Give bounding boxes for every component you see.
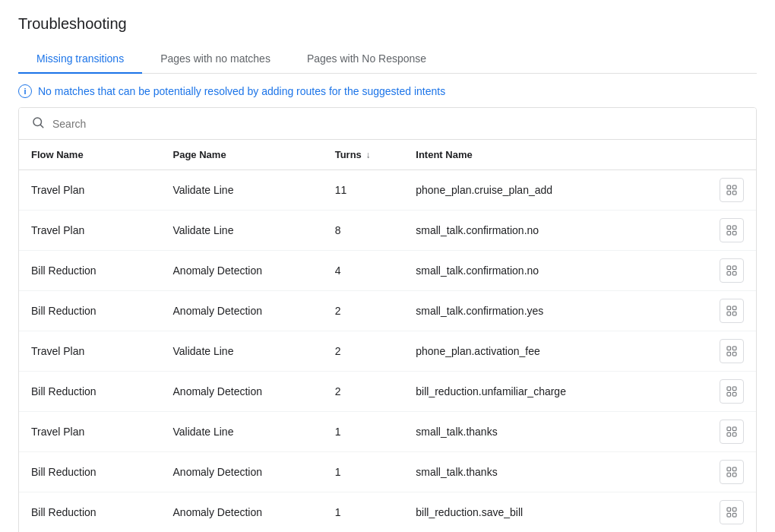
- sort-arrow-icon: ↓: [365, 150, 370, 160]
- table-row: Travel PlanValidate Line8small_talk.conf…: [19, 211, 756, 251]
- search-icon: [31, 116, 45, 131]
- info-banner-text: No matches that can be potentially resol…: [38, 85, 445, 97]
- cell-intent-name: small_talk.confirmation.no: [403, 251, 707, 291]
- svg-rect-7: [732, 226, 736, 230]
- data-table: Flow Name Page Name Turns ↓ Intent Name …: [19, 140, 756, 532]
- row-action-button[interactable]: [720, 460, 744, 484]
- cell-action: [707, 291, 756, 331]
- cell-action: [707, 211, 756, 251]
- row-action-button[interactable]: [720, 339, 744, 363]
- cell-turns: 2: [323, 291, 404, 331]
- svg-rect-8: [727, 231, 731, 235]
- svg-rect-20: [727, 352, 731, 356]
- svg-rect-33: [732, 473, 736, 477]
- tabs-bar: Missing transitions Pages with no matche…: [18, 45, 757, 74]
- cell-page-name: Anomaly Detection: [161, 291, 323, 331]
- row-action-button[interactable]: [720, 379, 744, 404]
- col-header-turns[interactable]: Turns ↓: [323, 140, 404, 170]
- svg-rect-6: [727, 226, 731, 230]
- tab-missing-transitions[interactable]: Missing transitions: [18, 45, 142, 74]
- svg-rect-18: [727, 347, 731, 350]
- cell-flow-name: Travel Plan: [19, 211, 161, 251]
- cell-page-name: Anomaly Detection: [161, 452, 323, 492]
- cell-intent-name: phone_plan.cruise_plan_add: [403, 170, 707, 211]
- cell-turns: 4: [323, 251, 404, 291]
- tab-pages-no-matches[interactable]: Pages with no matches: [142, 45, 289, 74]
- cell-action: [707, 372, 756, 412]
- cell-turns: 1: [323, 492, 404, 533]
- svg-rect-15: [732, 306, 736, 310]
- info-banner: i No matches that can be potentially res…: [18, 74, 757, 107]
- search-row: [19, 108, 756, 140]
- cell-page-name: Anomaly Detection: [161, 372, 323, 412]
- cell-intent-name: small_talk.confirmation.no: [403, 211, 707, 251]
- svg-rect-3: [732, 185, 736, 189]
- table-row: Bill ReductionAnomaly Detection2bill_red…: [19, 372, 756, 412]
- svg-rect-29: [732, 432, 736, 436]
- cell-action: [707, 492, 756, 533]
- svg-rect-9: [732, 231, 736, 235]
- table-row: Travel PlanValidate Line1small_talk.than…: [19, 412, 756, 452]
- svg-rect-26: [727, 427, 731, 431]
- svg-rect-14: [727, 306, 731, 310]
- svg-rect-37: [732, 513, 736, 517]
- cell-turns: 11: [323, 170, 404, 211]
- page-title: Troubleshooting: [18, 15, 757, 33]
- cell-action: [707, 452, 756, 492]
- cell-intent-name: bill_reduction.unfamiliar_charge: [403, 372, 707, 412]
- col-header-page-name: Page Name: [161, 140, 323, 170]
- cell-page-name: Validate Line: [161, 331, 323, 372]
- cell-flow-name: Bill Reduction: [19, 492, 161, 533]
- cell-flow-name: Travel Plan: [19, 170, 161, 211]
- table-row: Bill ReductionAnomaly Detection1small_ta…: [19, 452, 756, 492]
- svg-rect-12: [727, 271, 731, 275]
- cell-flow-name: Bill Reduction: [19, 452, 161, 492]
- svg-rect-36: [727, 513, 731, 517]
- svg-rect-13: [732, 271, 736, 275]
- row-action-button[interactable]: [720, 420, 744, 444]
- cell-turns: 1: [323, 452, 404, 492]
- cell-intent-name: small_talk.thanks: [403, 412, 707, 452]
- cell-turns: 1: [323, 412, 404, 452]
- col-header-intent-name: Intent Name: [403, 140, 707, 170]
- svg-rect-2: [727, 185, 731, 189]
- table-row: Travel PlanValidate Line11phone_plan.cru…: [19, 170, 756, 211]
- cell-page-name: Validate Line: [161, 170, 323, 211]
- svg-rect-11: [732, 266, 736, 270]
- svg-rect-22: [727, 387, 731, 391]
- cell-turns: 8: [323, 211, 404, 251]
- row-action-button[interactable]: [720, 299, 744, 323]
- col-header-action: [707, 140, 756, 170]
- cell-intent-name: bill_reduction.save_bill: [403, 492, 707, 533]
- cell-intent-name: phone_plan.activation_fee: [403, 331, 707, 372]
- cell-page-name: Validate Line: [161, 412, 323, 452]
- cell-flow-name: Bill Reduction: [19, 251, 161, 291]
- cell-flow-name: Travel Plan: [19, 331, 161, 372]
- table-row: Bill ReductionAnomaly Detection1bill_red…: [19, 492, 756, 533]
- svg-rect-23: [732, 387, 736, 391]
- svg-line-1: [40, 125, 43, 127]
- row-action-button[interactable]: [720, 218, 744, 242]
- svg-rect-24: [727, 392, 731, 396]
- cell-action: [707, 331, 756, 372]
- cell-page-name: Anomaly Detection: [161, 492, 323, 533]
- tab-pages-no-response[interactable]: Pages with No Response: [289, 45, 444, 74]
- svg-rect-31: [732, 467, 736, 471]
- svg-rect-30: [727, 467, 731, 471]
- row-action-button[interactable]: [720, 178, 744, 202]
- cell-action: [707, 251, 756, 291]
- row-action-button[interactable]: [720, 500, 744, 524]
- cell-flow-name: Bill Reduction: [19, 372, 161, 412]
- cell-turns: 2: [323, 372, 404, 412]
- table-row: Bill ReductionAnomaly Detection4small_ta…: [19, 251, 756, 291]
- data-table-wrapper: Flow Name Page Name Turns ↓ Intent Name …: [18, 107, 757, 532]
- svg-rect-35: [732, 508, 736, 511]
- row-action-button[interactable]: [720, 258, 744, 283]
- svg-rect-34: [727, 508, 731, 511]
- search-input[interactable]: [52, 118, 744, 130]
- cell-page-name: Validate Line: [161, 211, 323, 251]
- svg-rect-4: [727, 191, 731, 195]
- table-row: Bill ReductionAnomaly Detection2small_ta…: [19, 291, 756, 331]
- svg-rect-25: [732, 392, 736, 396]
- table-row: Travel PlanValidate Line2phone_plan.acti…: [19, 331, 756, 372]
